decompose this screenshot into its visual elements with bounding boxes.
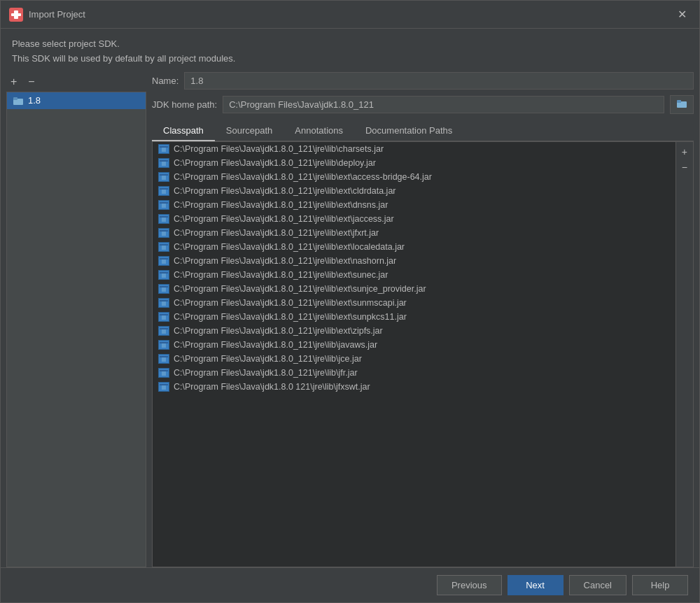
list-item[interactable]: C:\Program Files\Java\jdk1.8.0_121\jre\l… [153, 240, 676, 254]
svg-rect-18 [160, 174, 168, 176]
title-bar: Import Project ✕ [1, 1, 699, 29]
previous-button[interactable]: Previous [437, 575, 502, 595]
svg-rect-83 [160, 356, 168, 357]
list-sidebar-buttons: + − [676, 142, 693, 567]
description-area: Please select project SDK. This SDK will… [1, 29, 699, 72]
list-item[interactable]: C:\Program Files\Java\jdk1.8.0_121\jre\l… [153, 226, 676, 240]
list-item[interactable]: C:\Program Files\Java\jdk1.8.0_121\jre\l… [153, 310, 676, 324]
svg-rect-22 [160, 187, 167, 195]
jar-icon [158, 242, 169, 252]
svg-rect-62 [160, 299, 167, 307]
tabs: Classpath Sourcepath Annotations Documen… [152, 121, 694, 141]
name-label: Name: [152, 76, 178, 86]
svg-rect-2 [14, 10, 18, 19]
svg-rect-72 [160, 327, 167, 335]
svg-rect-32 [160, 215, 167, 223]
svg-rect-47 [160, 257, 167, 265]
list-item-path: C:\Program Files\Java\jdk1.8.0_121\jre\l… [174, 256, 396, 266]
jar-icon [158, 354, 169, 364]
jar-icon [158, 186, 169, 196]
svg-rect-4 [13, 97, 18, 100]
list-item-path: C:\Program Files\Java\jdk1.8.0_121\jre\l… [174, 158, 376, 168]
add-sdk-button[interactable]: + [6, 75, 21, 89]
svg-rect-13 [160, 160, 168, 162]
jar-icon [158, 312, 169, 322]
svg-rect-7 [160, 145, 167, 153]
list-item[interactable]: C:\Program Files\Java\jdk1.8.0_121\jre\l… [153, 296, 676, 310]
svg-rect-52 [160, 271, 167, 279]
svg-rect-63 [160, 300, 168, 302]
list-item-path: C:\Program Files\Java\jdk1.8.0_121\jre\l… [174, 214, 394, 224]
list-item[interactable]: C:\Program Files\Java\jdk1.8.0_121\jre\l… [153, 156, 676, 170]
list-item[interactable]: C:\Program Files\Java\jdk1.8.0 121\jre\l… [153, 380, 676, 394]
svg-rect-82 [160, 355, 167, 363]
list-remove-button[interactable]: − [679, 160, 690, 174]
next-button[interactable]: Next [507, 575, 564, 595]
tab-annotations[interactable]: Annotations [284, 121, 354, 141]
jar-icon [158, 144, 169, 154]
svg-rect-43 [160, 244, 168, 246]
list-item-path: C:\Program Files\Java\jdk1.8.0_121\jre\l… [174, 312, 407, 322]
import-project-dialog: Import Project ✕ Please select project S… [0, 0, 700, 603]
jdk-path-row: JDK home path: [152, 95, 694, 114]
close-button[interactable]: ✕ [673, 6, 691, 22]
name-input[interactable] [184, 72, 694, 90]
svg-rect-67 [160, 313, 167, 321]
list-item[interactable]: C:\Program Files\Java\jdk1.8.0_121\jre\l… [153, 212, 676, 226]
svg-rect-12 [160, 159, 167, 167]
list-item[interactable]: C:\Program Files\Java\jdk1.8.0_121\jre\l… [153, 352, 676, 366]
browse-button[interactable] [670, 95, 694, 114]
help-button[interactable]: Help [632, 575, 688, 595]
browse-icon [676, 99, 687, 108]
jdk-path-label: JDK home path: [152, 99, 217, 110]
list-item-path: C:\Program Files\Java\jdk1.8.0_121\jre\l… [174, 200, 388, 210]
list-item-path: C:\Program Files\Java\jdk1.8.0_121\jre\l… [174, 228, 379, 238]
jar-icon [158, 340, 169, 350]
tab-documentation-paths[interactable]: Documentation Paths [354, 121, 463, 141]
tab-sourcepath[interactable]: Sourcepath [215, 121, 284, 141]
list-item-path: C:\Program Files\Java\jdk1.8.0 121\jre\l… [174, 382, 370, 392]
classpath-list[interactable]: C:\Program Files\Java\jdk1.8.0_121\jre\l… [153, 142, 676, 567]
svg-rect-93 [160, 384, 168, 385]
svg-rect-27 [160, 201, 167, 209]
list-item[interactable]: C:\Program Files\Java\jdk1.8.0_121\jre\l… [153, 170, 676, 184]
remove-sdk-button[interactable]: − [24, 75, 38, 89]
list-item-path: C:\Program Files\Java\jdk1.8.0_121\jre\l… [174, 368, 358, 378]
tab-classpath[interactable]: Classpath [152, 121, 215, 141]
jar-icon [158, 172, 169, 182]
sdk-item[interactable]: 1.8 [7, 92, 146, 109]
list-item-path: C:\Program Files\Java\jdk1.8.0_121\jre\l… [174, 186, 396, 196]
svg-rect-68 [160, 314, 168, 315]
list-item[interactable]: C:\Program Files\Java\jdk1.8.0_121\jre\l… [153, 338, 676, 352]
list-item[interactable]: C:\Program Files\Java\jdk1.8.0_121\jre\l… [153, 268, 676, 282]
list-item-path: C:\Program Files\Java\jdk1.8.0_121\jre\l… [174, 172, 432, 182]
jar-icon [158, 382, 169, 392]
list-item[interactable]: C:\Program Files\Java\jdk1.8.0_121\jre\l… [153, 198, 676, 212]
title-bar-left: Import Project [9, 8, 85, 22]
svg-rect-92 [160, 383, 167, 391]
list-add-button[interactable]: + [679, 145, 690, 159]
jar-icon [158, 284, 169, 294]
description-line1: Please select project SDK. [12, 37, 688, 52]
list-item-path: C:\Program Files\Java\jdk1.8.0_121\jre\l… [174, 144, 384, 154]
svg-rect-37 [160, 229, 167, 237]
list-item[interactable]: C:\Program Files\Java\jdk1.8.0_121\jre\l… [153, 282, 676, 296]
svg-rect-87 [160, 369, 167, 377]
list-item[interactable]: C:\Program Files\Java\jdk1.8.0_121\jre\l… [153, 184, 676, 198]
list-item[interactable]: C:\Program Files\Java\jdk1.8.0_121\jre\l… [153, 366, 676, 380]
list-item[interactable]: C:\Program Files\Java\jdk1.8.0_121\jre\l… [153, 324, 676, 338]
list-item[interactable]: C:\Program Files\Java\jdk1.8.0_121\jre\l… [153, 142, 676, 156]
sdk-list[interactable]: 1.8 [6, 92, 146, 567]
svg-rect-88 [160, 370, 168, 371]
svg-rect-23 [160, 188, 168, 190]
svg-rect-57 [160, 285, 167, 293]
cancel-button[interactable]: Cancel [569, 575, 626, 595]
list-item[interactable]: C:\Program Files\Java\jdk1.8.0_121\jre\l… [153, 254, 676, 268]
list-item-path: C:\Program Files\Java\jdk1.8.0_121\jre\l… [174, 284, 426, 294]
name-row: Name: [152, 72, 694, 90]
jar-icon [158, 214, 169, 224]
list-item-path: C:\Program Files\Java\jdk1.8.0_121\jre\l… [174, 354, 362, 364]
app-icon [9, 8, 23, 22]
jar-icon [158, 228, 169, 238]
jdk-path-input[interactable] [223, 96, 664, 113]
